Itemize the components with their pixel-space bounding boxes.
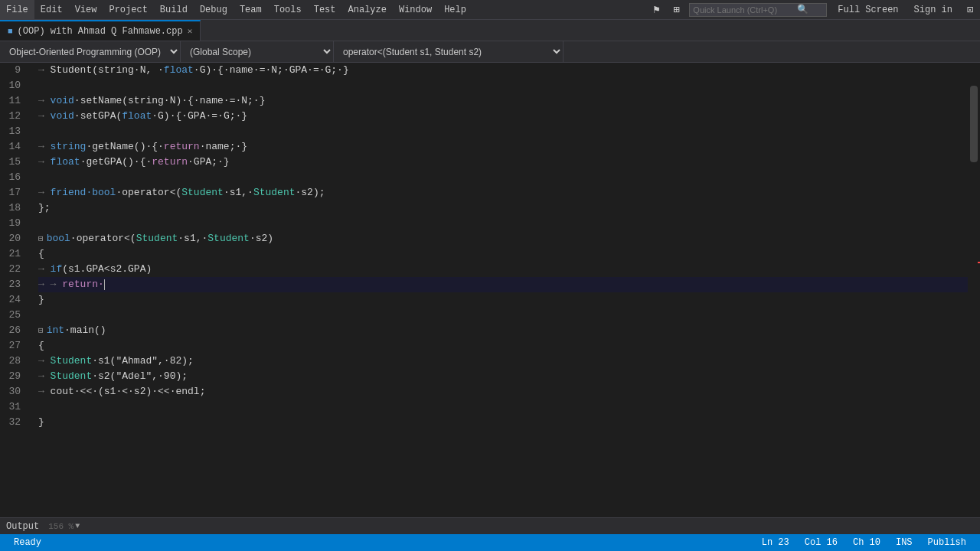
token-kw: float <box>164 63 194 78</box>
code-line-12[interactable]: → void·setGPA(float·G)·{·GPA·=·G;·} <box>38 109 968 124</box>
line-number-19: 19 <box>4 216 27 231</box>
menu-tools[interactable]: Tools <box>268 0 308 19</box>
publish-button[interactable]: Publish <box>920 537 974 548</box>
code-line-13[interactable] <box>38 124 968 139</box>
token-ret: return <box>164 139 200 155</box>
code-line-28[interactable]: → Student·s1("Ahmad",·82); <box>38 354 968 369</box>
line-number-28: 28 <box>4 354 27 369</box>
quick-launch-input[interactable] <box>690 5 797 15</box>
token-dot: → <box>38 277 51 292</box>
signin-button[interactable]: Sign in <box>906 0 960 19</box>
status-bar: Ready Ln 23 Col 16 Ch 10 INS Publish <box>0 534 980 551</box>
breadcrumb-scope-select[interactable]: Object-Oriented Programming (OOP) <box>0 41 181 62</box>
code-line-21[interactable]: { <box>38 246 968 262</box>
col-status[interactable]: Col 16 <box>797 537 845 548</box>
code-line-20[interactable]: ⊟bool·operator<(Student·s1,·Student·s2) <box>38 231 968 246</box>
token-plain: ·getName()·{· <box>86 139 163 155</box>
code-area[interactable]: → Student(string·N, ·float·G)·{·name·=·N… <box>34 63 968 517</box>
menu-project[interactable]: Project <box>103 0 153 19</box>
tab-label: (OOP) with Ahmad Q Fahmawe.cpp <box>18 26 183 37</box>
code-line-24[interactable]: } <box>38 292 968 308</box>
token-kw: float <box>51 155 80 170</box>
token-kw: friend· <box>51 185 93 201</box>
line-number-25: 25 <box>4 308 27 323</box>
zoom-dropdown-icon[interactable]: ▼ <box>75 522 80 530</box>
zoom-level[interactable]: 156 % <box>48 522 74 531</box>
token-plain: ·s2); <box>296 185 325 201</box>
line-number-14: 14 <box>4 139 27 155</box>
line-number-18: 18 <box>4 201 27 216</box>
quick-launch-box[interactable]: 🔍 <box>689 3 827 17</box>
token-dot: → <box>38 185 51 201</box>
token-plain: ·G)·{·name·=·N;·GPA·=·G;·} <box>194 63 349 78</box>
menu-file[interactable]: File <box>0 0 34 19</box>
editor-tab-active[interactable]: ■ (OOP) with Ahmad Q Fahmawe.cpp ✕ <box>0 20 201 41</box>
code-line-29[interactable]: → Student·s2("Adel",·90); <box>38 369 968 384</box>
token-kw: bool <box>47 231 70 246</box>
code-line-19[interactable] <box>38 216 968 231</box>
line-number-status[interactable]: Ln 23 <box>754 537 797 548</box>
vscroll-thumb[interactable] <box>970 86 978 162</box>
code-line-23[interactable]: → → return· <box>38 277 968 292</box>
line-number-31: 31 <box>4 399 27 415</box>
collapse-icon[interactable]: ⊟ <box>38 231 44 246</box>
token-dot: → <box>38 93 51 109</box>
ins-status[interactable]: INS <box>888 537 920 548</box>
settings-icon[interactable]: ⊞ <box>666 0 686 20</box>
menu-window[interactable]: Window <box>393 0 438 19</box>
token-plain: ·s2) <box>250 231 273 246</box>
line-number-10: 10 <box>4 78 27 93</box>
collapse-icon[interactable]: ⊟ <box>38 323 44 338</box>
menu-debug[interactable]: Debug <box>194 0 234 19</box>
token-kw: string <box>51 139 87 155</box>
code-line-17[interactable]: → friend·bool·operator<(Student·s1,·Stud… <box>38 185 968 201</box>
code-line-16[interactable] <box>38 170 968 185</box>
menu-analyze[interactable]: Analyze <box>342 0 393 19</box>
breadcrumb-symbol-select[interactable]: operator<(Student s1, Student s2) <box>334 41 564 62</box>
menu-edit[interactable]: Edit <box>34 0 69 19</box>
menu-bar: File Edit View Project Build Debug Team … <box>0 0 980 20</box>
token-type: Student <box>253 185 296 201</box>
performance-icon[interactable]: ⚑ <box>646 0 666 20</box>
token-dot: → <box>38 109 51 124</box>
line-number-27: 27 <box>4 338 27 354</box>
token-plain: } <box>38 415 44 430</box>
menu-help[interactable]: Help <box>438 0 472 19</box>
tab-file-icon: ■ <box>8 27 13 36</box>
code-line-30[interactable]: → cout·<<·(s1·<·s2)·<<·endl; <box>38 384 968 399</box>
code-line-9[interactable]: → Student(string·N, ·float·G)·{·name·=·N… <box>38 63 968 78</box>
line-number-21: 21 <box>4 246 27 262</box>
code-line-31[interactable] <box>38 399 968 415</box>
ch-status[interactable]: Ch 10 <box>845 537 888 548</box>
code-line-15[interactable]: → float·getGPA()·{·return·GPA;·} <box>38 155 968 170</box>
code-line-27[interactable]: { <box>38 338 968 354</box>
breadcrumb-context-select[interactable]: (Global Scope) <box>181 41 334 62</box>
code-line-14[interactable]: → string·getName()·{·return·name;·} <box>38 139 968 155</box>
menu-test[interactable]: Test <box>308 0 342 19</box>
tab-close-button[interactable]: ✕ <box>188 26 193 36</box>
line-number-29: 29 <box>4 369 27 384</box>
line-number-15: 15 <box>4 155 27 170</box>
minimap-scrollbar[interactable] <box>968 63 980 517</box>
token-dot: → <box>38 369 51 384</box>
code-line-32[interactable]: } <box>38 415 968 430</box>
code-line-22[interactable]: → if(s1.GPA<s2.GPA) <box>38 262 968 277</box>
code-line-25[interactable] <box>38 308 968 323</box>
token-plain: (s1.GPA<s2.GPA) <box>62 262 152 277</box>
resize-icon[interactable]: ⊡ <box>960 0 980 20</box>
line-number-17: 17 <box>4 185 27 201</box>
fullscreen-button[interactable]: Full Screen <box>830 0 906 19</box>
token-plain: ·s1,· <box>178 231 207 246</box>
menu-team[interactable]: Team <box>234 0 268 19</box>
token-plain: { <box>38 338 44 354</box>
menu-view[interactable]: View <box>69 0 103 19</box>
code-line-10[interactable] <box>38 78 968 93</box>
token-plain: ·name;·} <box>200 139 247 155</box>
token-plain: { <box>38 246 44 262</box>
code-line-18[interactable]: }; <box>38 201 968 216</box>
code-line-11[interactable]: → void·setName(string·N)·{·name·=·N;·} <box>38 93 968 109</box>
code-line-26[interactable]: ⊟int·main() <box>38 323 968 338</box>
output-label[interactable]: Output <box>6 521 39 532</box>
menu-build[interactable]: Build <box>154 0 194 19</box>
token-plain: ·setName(string·N)·{·name·=·N;·} <box>74 93 266 109</box>
